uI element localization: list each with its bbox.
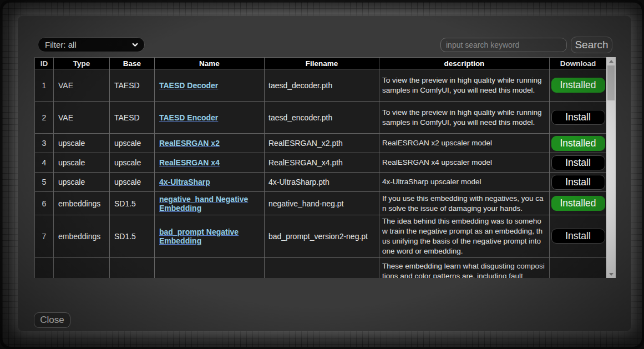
close-button[interactable]: Close	[34, 312, 70, 328]
column-header: Name	[155, 58, 265, 69]
table-body: 1 VAE TAESD TAESD Decoder taesd_decoder.…	[35, 69, 607, 279]
model-table: IDTypeBaseNameFilenamedescriptionDownloa…	[34, 57, 606, 278]
table-row: These embedding learn what disgusting co…	[35, 257, 607, 278]
table-row: 1 VAE TAESD TAESD Decoder taesd_decoder.…	[35, 69, 607, 102]
cell-name	[155, 257, 265, 278]
cell-id: 2	[35, 102, 54, 134]
cell-id: 3	[35, 134, 54, 153]
cell-download: Installed	[550, 69, 607, 102]
model-name-link[interactable]: bad_prompt Negative Embedding	[159, 227, 239, 245]
search-button[interactable]: Search	[571, 37, 612, 53]
table-row: 2 VAE TAESD TAESD Encoder taesd_encoder.…	[35, 102, 607, 134]
cell-name: 4x-UltraSharp	[155, 173, 265, 192]
cell-base: upscale	[110, 153, 155, 173]
table-row: 7 embeddings SD1.5 bad_prompt Negative E…	[35, 215, 607, 258]
cell-name: TAESD Encoder	[155, 102, 265, 134]
cell-filename	[265, 257, 379, 278]
cell-id: 5	[35, 173, 54, 192]
model-name-link[interactable]: RealESRGAN x4	[159, 158, 220, 167]
cell-filename: RealESRGAN_x2.pth	[265, 134, 379, 153]
cell-name: negative_hand Negative Embedding	[155, 192, 265, 215]
column-header: ID	[35, 58, 54, 69]
cell-base: TAESD	[110, 69, 155, 102]
cell-type: VAE	[54, 102, 110, 134]
cell-base	[110, 257, 155, 278]
cell-filename: taesd_decoder.pth	[265, 69, 379, 102]
search-input[interactable]	[440, 38, 567, 52]
cell-description: 4x-UltraSharp upscaler model	[379, 173, 550, 192]
column-header: Type	[54, 58, 110, 69]
install-button[interactable]: Installed	[551, 196, 605, 211]
cell-description: To view the preview in high quality whil…	[379, 69, 550, 102]
scroll-up-arrow-icon[interactable]	[606, 57, 616, 65]
cell-base: SD1.5	[110, 215, 155, 258]
cell-description: RealESRGAN x4 upscaler model	[379, 153, 550, 173]
cell-name: RealESRGAN x4	[155, 153, 265, 173]
cell-id: 1	[35, 69, 54, 102]
model-name-link[interactable]: negative_hand Negative Embedding	[159, 195, 248, 213]
install-button[interactable]: Install	[551, 155, 605, 170]
cell-download: Install	[550, 215, 607, 258]
scrollbar-thumb[interactable]	[607, 65, 615, 100]
install-button[interactable]: Install	[551, 110, 605, 125]
table-scrollbar[interactable]	[606, 57, 616, 278]
cell-download: Installed	[550, 192, 607, 215]
cell-type	[54, 257, 110, 278]
cell-base: upscale	[110, 134, 155, 153]
filter-dropdown-value: Filter: all	[45, 40, 77, 49]
install-button[interactable]: Installed	[551, 136, 605, 151]
cell-filename: 4x-UltraSharp.pth	[265, 173, 379, 192]
table-row: 4 upscale upscale RealESRGAN x4 RealESRG…	[35, 153, 607, 173]
cell-filename: taesd_encoder.pth	[265, 102, 379, 134]
table-row: 6 embeddings SD1.5 negative_hand Negativ…	[35, 192, 607, 215]
cell-id: 7	[35, 215, 54, 258]
cell-type: upscale	[54, 173, 110, 192]
cell-description: The idea behind this embedding was to so…	[379, 215, 550, 258]
cell-download: Install	[550, 102, 607, 134]
cell-id: 4	[35, 153, 54, 173]
install-button[interactable]: Install	[551, 229, 605, 244]
scroll-down-arrow-icon[interactable]	[606, 270, 616, 278]
cell-description: If you use this embedding with negatives…	[379, 192, 550, 215]
cell-download: Install	[550, 153, 607, 173]
cell-name: bad_prompt Negative Embedding	[155, 215, 265, 258]
column-header: Base	[110, 58, 155, 69]
cell-type: upscale	[54, 153, 110, 173]
model-name-link[interactable]: RealESRGAN x2	[159, 139, 220, 148]
table-row: 3 upscale upscale RealESRGAN x2 RealESRG…	[35, 134, 607, 153]
cell-description: To view the preview in high quality whil…	[379, 102, 550, 134]
cell-description: These embedding learn what disgusting co…	[379, 257, 550, 278]
cell-type: upscale	[54, 134, 110, 153]
cell-download: Installed	[550, 134, 607, 153]
table-row: 5 upscale upscale 4x-UltraSharp 4x-Ultra…	[35, 173, 607, 192]
chevron-down-icon	[131, 41, 139, 48]
model-name-link[interactable]: TAESD Encoder	[159, 113, 218, 122]
cell-id	[35, 257, 54, 278]
filter-dropdown[interactable]: Filter: all	[38, 37, 145, 52]
cell-type: VAE	[54, 69, 110, 102]
install-button[interactable]: Installed	[551, 78, 605, 93]
model-table-container: IDTypeBaseNameFilenamedescriptionDownloa…	[34, 57, 606, 278]
cell-name: RealESRGAN x2	[155, 134, 265, 153]
cell-filename: bad_prompt_version2-neg.pt	[265, 215, 379, 258]
cell-id: 6	[35, 192, 54, 215]
column-header: Download	[550, 58, 607, 69]
cell-filename: RealESRGAN_x4.pth	[265, 153, 379, 173]
cell-download: Install	[550, 173, 607, 192]
cell-base: SD1.5	[110, 192, 155, 215]
install-button[interactable]: Install	[551, 175, 605, 190]
cell-filename: negative_hand-neg.pt	[265, 192, 379, 215]
cell-base: upscale	[110, 173, 155, 192]
cell-download	[550, 257, 607, 278]
cell-description: RealESRGAN x2 upscaler model	[379, 134, 550, 153]
table-header-row: IDTypeBaseNameFilenamedescriptionDownloa…	[35, 58, 607, 69]
column-header: description	[379, 58, 550, 69]
model-name-link[interactable]: 4x-UltraSharp	[159, 178, 210, 186]
cell-base: TAESD	[110, 102, 155, 134]
model-name-link[interactable]: TAESD Decoder	[159, 81, 218, 90]
column-header: Filename	[265, 58, 379, 69]
cell-type: embeddings	[54, 192, 110, 215]
cell-type: embeddings	[54, 215, 110, 258]
model-manager-dialog: Filter: all Search IDTypeBaseNameFilenam…	[18, 16, 631, 331]
cell-name: TAESD Decoder	[155, 69, 265, 102]
